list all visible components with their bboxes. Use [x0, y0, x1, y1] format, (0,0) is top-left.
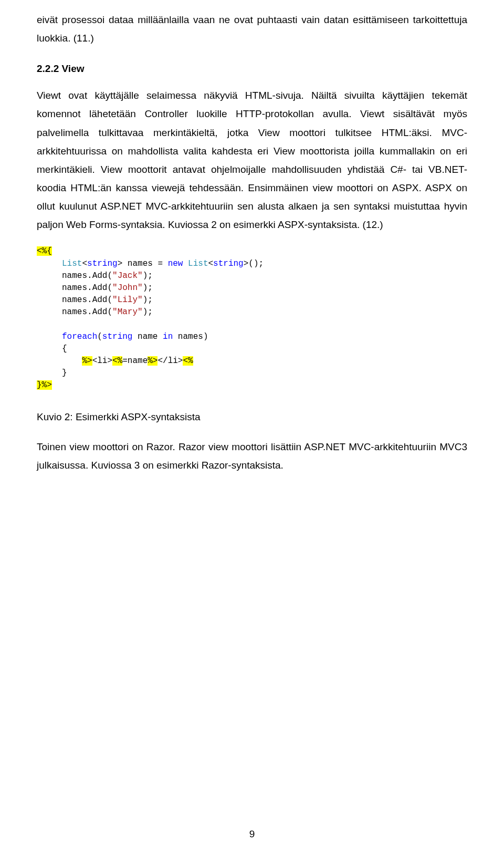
- code-token: "Jack": [112, 271, 143, 281]
- code-token: "Lily": [112, 295, 143, 305]
- code-token: foreach: [62, 332, 97, 341]
- code-token: <: [82, 259, 87, 268]
- code-token: string: [87, 259, 118, 268]
- paragraph-2: Viewt ovat käyttäjälle selaimessa näkyvi…: [37, 86, 467, 234]
- paragraph-3: Toinen view moottori on Razor. Razor vie…: [37, 438, 467, 474]
- code-token: );: [143, 295, 153, 305]
- code-token: );: [143, 271, 153, 281]
- code-example-aspx: <%{ List<string> names = new List<string…: [37, 245, 467, 391]
- code-token: );: [143, 283, 153, 293]
- code-token: > names =: [118, 259, 168, 268]
- code-token: names.Add(: [62, 283, 112, 293]
- code-token: string: [213, 259, 244, 268]
- code-token: <%: [112, 356, 122, 366]
- code-token: List: [188, 259, 208, 268]
- heading-2-2-2: 2.2.2 View: [37, 63, 467, 75]
- code-token: (: [97, 332, 102, 341]
- code-token: names.Add(: [62, 307, 112, 317]
- code-token: name: [132, 332, 163, 341]
- code-token: </li>: [158, 356, 183, 366]
- code-token: in: [163, 332, 173, 341]
- code-token: <: [208, 259, 213, 268]
- code-token: }: [62, 368, 67, 378]
- code-token: <li>: [92, 356, 112, 366]
- document-page: eivät prosessoi dataa milläänlailla vaan…: [0, 0, 504, 861]
- code-token: =name: [122, 356, 148, 366]
- code-token: List: [62, 259, 82, 268]
- code-token: [183, 259, 188, 268]
- code-token: "Mary": [112, 307, 143, 317]
- code-open-tag: <%{: [37, 246, 52, 256]
- code-token: names): [173, 332, 208, 341]
- code-token: );: [143, 307, 153, 317]
- code-token: "John": [112, 283, 143, 293]
- code-token: >();: [244, 259, 264, 268]
- code-token: names.Add(: [62, 271, 112, 281]
- code-token: %>: [148, 356, 158, 366]
- code-token: names.Add(: [62, 295, 112, 305]
- code-token: %>: [82, 356, 92, 366]
- code-token: new: [168, 259, 183, 268]
- figure-caption: Kuvio 2: Esimerkki ASPX-syntaksista: [37, 408, 467, 426]
- code-close-tag: }%>: [37, 380, 52, 390]
- page-number: 9: [0, 828, 504, 840]
- code-token: string: [102, 332, 133, 341]
- code-token: <%: [183, 356, 193, 366]
- code-token: {: [62, 344, 67, 354]
- paragraph-1: eivät prosessoi dataa milläänlailla vaan…: [37, 11, 467, 47]
